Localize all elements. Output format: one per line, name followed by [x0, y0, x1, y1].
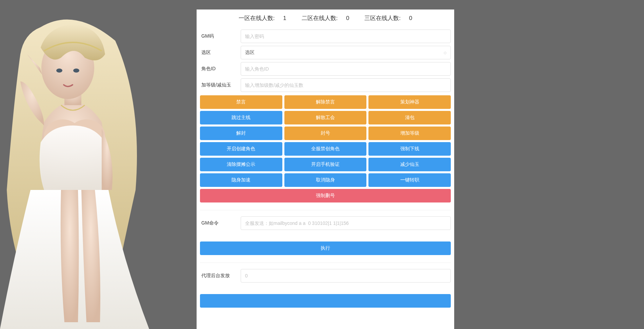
divider: [200, 263, 451, 263]
unban-button[interactable]: 解封: [200, 127, 282, 140]
level-label: 加等级/减仙玉: [200, 82, 241, 88]
admin-panel: 一区在线人数: 1 二区在线人数: 0 三区在线人数: 0 GM码 选区 选区 …: [197, 9, 454, 329]
gm-code-input[interactable]: [241, 30, 451, 43]
clear-stall-notice-button[interactable]: 清除摆摊公示: [200, 158, 282, 171]
force-offline-button[interactable]: 强制下线: [368, 142, 451, 156]
chevron-down-icon: ◇: [444, 51, 446, 55]
zone-select-value: 选区: [245, 50, 255, 56]
proxy-label: 代理后台发放: [200, 273, 241, 279]
skip-mainline-button[interactable]: 跳过主线: [200, 111, 282, 124]
gm-code-label: GM码: [200, 33, 241, 39]
enable-create-role-button[interactable]: 开启创建角色: [200, 142, 282, 156]
svg-point-4: [56, 69, 62, 73]
planner-artifact-button[interactable]: 策划神器: [368, 95, 451, 109]
svg-rect-2: [64, 88, 81, 105]
action-buttons: 禁言 解除禁言 策划神器 跳过主线 解散工会 清包 解封 封号 增加等级 开启创…: [197, 93, 454, 205]
gm-cmd-input[interactable]: [241, 216, 451, 230]
stealth-speed-button[interactable]: 隐身加速: [200, 173, 282, 187]
add-level-button[interactable]: 增加等级: [368, 127, 451, 140]
execute-button[interactable]: 执行: [200, 241, 451, 255]
disable-create-role-button[interactable]: 全服禁创角色: [284, 142, 367, 156]
cancel-stealth-button[interactable]: 取消隐身: [284, 173, 367, 187]
unmute-button[interactable]: 解除禁言: [284, 95, 367, 109]
disband-guild-button[interactable]: 解散工会: [284, 111, 367, 124]
ban-button[interactable]: 封号: [284, 127, 367, 140]
proxy-input[interactable]: [241, 269, 451, 283]
level-input[interactable]: [241, 78, 451, 92]
gm-cmd-label: GM命令: [200, 220, 241, 226]
oneclick-class-change-button[interactable]: 一键转职: [368, 173, 451, 187]
online-status: 一区在线人数: 1 二区在线人数: 0 三区在线人数: 0: [197, 9, 454, 28]
reduce-xianyu-button[interactable]: 减少仙玉: [368, 158, 451, 171]
svg-point-0: [44, 119, 81, 152]
clear-bag-button[interactable]: 清包: [368, 111, 451, 124]
force-delete-account-button[interactable]: 强制删号: [200, 189, 451, 202]
zone-label: 选区: [200, 50, 241, 56]
enable-phone-verify-button[interactable]: 开启手机验证: [284, 158, 367, 171]
svg-point-5: [73, 69, 79, 73]
role-id-label: 角色ID: [200, 66, 241, 72]
role-id-input[interactable]: [241, 62, 451, 76]
zone-select[interactable]: 选区 ◇: [241, 46, 451, 59]
svg-point-1: [68, 119, 105, 152]
svg-point-3: [41, 37, 94, 99]
character-illustration: [0, 14, 149, 329]
proxy-submit-button[interactable]: [200, 294, 451, 308]
divider: [200, 210, 451, 210]
mute-button[interactable]: 禁言: [200, 95, 282, 109]
